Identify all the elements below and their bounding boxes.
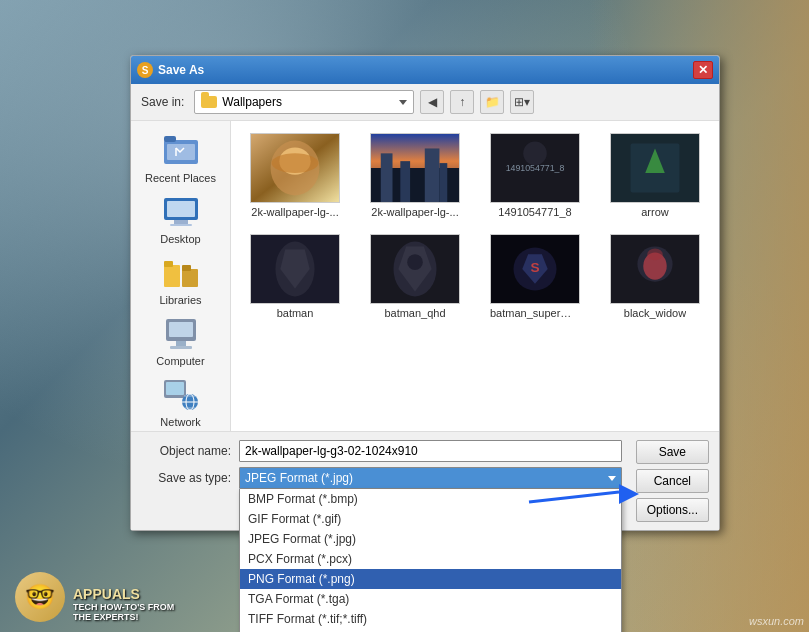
main-content: Recent Places Desktop xyxy=(131,121,719,431)
options-button[interactable]: Options... xyxy=(636,498,709,522)
sidebar: Recent Places Desktop xyxy=(131,121,231,431)
file-thumb-2 xyxy=(370,133,460,203)
svg-rect-32 xyxy=(400,161,410,202)
svg-rect-7 xyxy=(167,201,195,217)
object-name-row: Object name: xyxy=(141,440,622,462)
buttons-column: Save Cancel Options... xyxy=(636,440,709,522)
file-item-2[interactable]: 2k-wallpaper-lg-... xyxy=(359,129,471,222)
svg-point-54 xyxy=(647,248,663,260)
blue-arrow xyxy=(519,482,639,522)
file-label-5: batman xyxy=(277,307,314,319)
toolbar: Save in: Wallpapers ◀ ↑ 📁 ⊞▾ xyxy=(131,84,719,121)
computer-label: Computer xyxy=(156,355,204,367)
file-thumb-5 xyxy=(250,234,340,304)
sidebar-item-computer[interactable]: Computer xyxy=(136,312,226,371)
close-button[interactable]: ✕ xyxy=(693,61,713,79)
svg-rect-17 xyxy=(170,346,192,349)
wsxun-watermark: wsxun.com xyxy=(749,615,804,627)
save-as-type-current: JPEG Format (*.jpg) xyxy=(245,471,353,485)
svg-text:S: S xyxy=(530,260,539,275)
file-item-8[interactable]: black_widow xyxy=(599,230,711,323)
file-item-3[interactable]: 1491054771_8 1491054771_8 xyxy=(479,129,591,222)
svg-rect-31 xyxy=(381,153,393,202)
file-grid: 2k-wallpaper-lg-... 2k-wallpaper-lg-... xyxy=(231,121,719,431)
svg-marker-1 xyxy=(619,484,639,504)
recent-places-icon xyxy=(161,133,201,169)
file-item-4[interactable]: arrow xyxy=(599,129,711,222)
object-name-label: Object name: xyxy=(141,444,231,458)
file-item-1[interactable]: 2k-wallpaper-lg-... xyxy=(239,129,351,222)
views-button[interactable]: ⊞▾ xyxy=(510,90,534,114)
file-label-1: 2k-wallpaper-lg-... xyxy=(251,206,338,218)
title-bar-left: S Save As xyxy=(137,62,204,78)
network-icon xyxy=(161,377,201,413)
libraries-label: Libraries xyxy=(159,294,201,306)
current-folder: Wallpapers xyxy=(222,95,394,109)
file-thumb-3: 1491054771_8 xyxy=(490,133,580,203)
new-folder-button[interactable]: 📁 xyxy=(480,90,504,114)
computer-icon xyxy=(161,316,201,352)
dialog-title: Save As xyxy=(158,63,204,77)
dropdown-arrow-icon xyxy=(399,100,407,105)
libraries-icon xyxy=(161,255,201,291)
svg-point-47 xyxy=(407,254,423,270)
desktop-label: Desktop xyxy=(160,233,200,245)
svg-rect-13 xyxy=(182,265,191,271)
file-label-4: arrow xyxy=(641,206,669,218)
save-in-dropdown[interactable]: Wallpapers xyxy=(194,90,414,114)
format-option-tiff[interactable]: TIFF Format (*.tif;*.tiff) xyxy=(240,609,621,629)
title-bar: S Save As ✕ xyxy=(131,56,719,84)
file-item-7[interactable]: S batman_superman xyxy=(479,230,591,323)
appuals-logo-text: APPUALS xyxy=(73,586,174,602)
svg-rect-4 xyxy=(164,136,176,142)
svg-point-28 xyxy=(272,153,319,173)
back-button[interactable]: ◀ xyxy=(420,90,444,114)
file-thumb-1 xyxy=(250,133,340,203)
sidebar-item-recent[interactable]: Recent Places xyxy=(136,129,226,188)
file-label-6: batman_qhd xyxy=(384,307,445,319)
svg-rect-19 xyxy=(166,382,184,395)
svg-rect-10 xyxy=(164,265,180,287)
svg-rect-11 xyxy=(164,261,173,267)
format-option-png[interactable]: PNG Format (*.png) xyxy=(240,569,621,589)
sidebar-item-network[interactable]: Network xyxy=(136,373,226,432)
svg-rect-16 xyxy=(176,341,186,346)
save-button[interactable]: Save xyxy=(636,440,709,464)
svg-rect-15 xyxy=(169,322,193,337)
appuals-watermark: 🤓 APPUALS TECH HOW-TO'S FROM THE EXPERTS… xyxy=(15,572,174,622)
file-label-2: 2k-wallpaper-lg-... xyxy=(371,206,458,218)
format-option-pcx[interactable]: PCX Format (*.pcx) xyxy=(240,549,621,569)
file-thumb-7: S xyxy=(490,234,580,304)
file-thumb-8 xyxy=(610,234,700,304)
file-thumb-4 xyxy=(610,133,700,203)
appuals-tagline2: THE EXPERTS! xyxy=(73,612,174,622)
svg-rect-9 xyxy=(170,224,192,226)
svg-rect-33 xyxy=(425,148,440,202)
cancel-button[interactable]: Cancel xyxy=(636,469,709,493)
svg-rect-34 xyxy=(439,163,447,202)
save-in-label: Save in: xyxy=(141,95,184,109)
dropdown-arrow-icon xyxy=(608,476,616,481)
object-name-input[interactable] xyxy=(239,440,622,462)
file-label-7: batman_superman xyxy=(490,307,580,319)
file-item-6[interactable]: batman_qhd xyxy=(359,230,471,323)
file-item-5[interactable]: batman xyxy=(239,230,351,323)
svg-line-0 xyxy=(529,492,619,502)
save-as-type-label: Save as type: xyxy=(141,471,231,485)
network-label: Network xyxy=(160,416,200,428)
format-option-tga[interactable]: TGA Format (*.tga) xyxy=(240,589,621,609)
appuals-tagline1: TECH HOW-TO'S FROM xyxy=(73,602,174,612)
desktop-icon xyxy=(161,194,201,230)
sidebar-item-libraries[interactable]: Libraries xyxy=(136,251,226,310)
folder-icon xyxy=(201,96,217,108)
svg-point-37 xyxy=(523,142,546,165)
file-label-8: black_widow xyxy=(624,307,686,319)
svg-rect-12 xyxy=(182,269,198,287)
file-label-3: 1491054771_8 xyxy=(498,206,571,218)
up-button[interactable]: ↑ xyxy=(450,90,474,114)
sidebar-item-desktop[interactable]: Desktop xyxy=(136,190,226,249)
save-as-dialog: S Save As ✕ Save in: Wallpapers ◀ ↑ 📁 ⊞▾ xyxy=(130,55,720,531)
svg-rect-8 xyxy=(174,220,188,224)
format-option-jpg[interactable]: JPEG Format (*.jpg) xyxy=(240,529,621,549)
app-icon: S xyxy=(137,62,153,78)
